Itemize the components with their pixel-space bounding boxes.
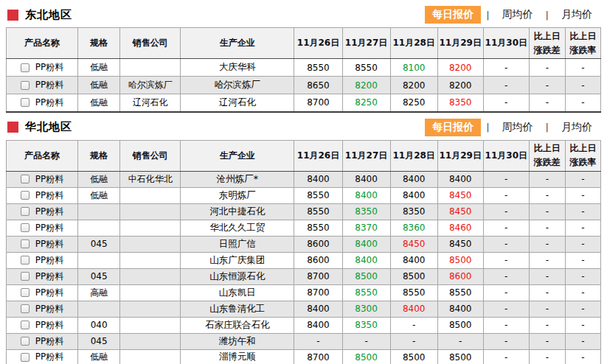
row-checkbox[interactable] <box>21 353 30 362</box>
price-cell: - <box>483 317 529 333</box>
producer-cell: 大庆华科 <box>181 59 294 77</box>
price-cell: - <box>529 268 565 284</box>
table-row: PP粉料045山东恒源石化8700850085008600--- <box>7 268 601 284</box>
price-cell: - <box>529 220 565 236</box>
product-name: PP粉料 <box>35 238 63 251</box>
seller-cell <box>120 252 181 268</box>
price-cell: - <box>565 333 600 349</box>
row-checkbox[interactable] <box>21 191 30 200</box>
producer-cell: 山东凯日 <box>181 284 294 301</box>
row-checkbox[interactable] <box>21 337 30 346</box>
row-checkbox[interactable] <box>21 321 30 329</box>
price-cell: 8100 <box>390 59 437 77</box>
price-cell: - <box>483 59 529 77</box>
price-cell: 8550 <box>294 203 342 220</box>
product-cell: PP粉料 <box>7 220 78 236</box>
seller-cell <box>120 301 181 317</box>
price-cell: 8500 <box>342 349 390 364</box>
product-name: PP粉料 <box>35 319 63 332</box>
column-header: 11月26日 <box>294 28 342 59</box>
table-row: PP粉料040石家庄联合石化84008350-8500--- <box>7 317 601 333</box>
table-row: PP粉料高融山东凯日8700855085508550--- <box>7 284 601 301</box>
price-cell: - <box>565 187 600 203</box>
product-cell: PP粉料 <box>7 171 78 187</box>
row-checkbox[interactable] <box>21 175 30 183</box>
table-row: PP粉料045日照广信8600840084508450--- <box>7 236 601 252</box>
price-cell: - <box>529 203 565 220</box>
price-cell: - <box>483 236 529 252</box>
row-checkbox[interactable] <box>21 239 30 248</box>
spec-cell: 低融 <box>78 187 120 203</box>
tab-separator: | <box>481 10 494 21</box>
row-checkbox[interactable] <box>21 223 30 232</box>
price-cell: - <box>529 94 565 112</box>
price-cell: 8200 <box>437 59 483 77</box>
tab-monthly-price[interactable]: 月均价 <box>554 7 600 23</box>
price-cell: - <box>565 301 600 317</box>
producer-cell: 河北中捷石化 <box>181 203 294 220</box>
price-cell: - <box>529 77 565 94</box>
table-row: PP粉料低融东明炼厂8550840084008450--- <box>7 187 601 203</box>
row-checkbox[interactable] <box>21 272 30 281</box>
seller-cell <box>120 317 181 333</box>
price-cell: - <box>483 268 529 284</box>
row-checkbox[interactable] <box>21 288 30 297</box>
price-cell: - <box>565 284 600 301</box>
seller-cell <box>120 203 181 220</box>
column-header: 比上日涨跌差 <box>529 28 565 59</box>
price-cell: 8460 <box>437 220 483 236</box>
tab-daily-price[interactable]: 每日报价 <box>425 119 481 136</box>
producer-cell: 哈尔滨炼厂 <box>181 77 294 94</box>
price-cell: 8550 <box>342 284 390 301</box>
price-cell: 8370 <box>342 220 390 236</box>
seller-cell <box>120 284 181 301</box>
seller-cell: 中石化华北 <box>120 171 181 187</box>
product-cell: PP粉料 <box>7 333 78 349</box>
column-header: 销售公司 <box>120 140 181 171</box>
seller-cell <box>120 349 181 364</box>
price-cell: - <box>342 333 390 349</box>
producer-cell: 山东鲁清化工 <box>181 301 294 317</box>
price-cell: 8200 <box>437 77 483 94</box>
product-name: PP粉料 <box>35 79 63 91</box>
table-row: PP粉料低融辽河石化辽河石化8700825082508350--- <box>7 94 601 112</box>
producer-cell: 沧州炼厂* <box>181 171 294 187</box>
spec-cell: 低融 <box>78 77 120 94</box>
row-checkbox[interactable] <box>21 207 30 216</box>
row-checkbox[interactable] <box>21 63 30 72</box>
row-checkbox[interactable] <box>21 81 30 90</box>
product-cell: PP粉料 <box>7 317 78 333</box>
price-cell: 8550 <box>294 59 342 77</box>
table-row: PP粉料华北久久工贸8550837083608460--- <box>7 220 601 236</box>
price-cell: - <box>565 59 600 77</box>
producer-cell: 潍坊午和 <box>181 333 294 349</box>
price-cell: - <box>565 77 600 94</box>
column-header: 11月29日 <box>437 140 483 171</box>
tab-daily-price[interactable]: 每日报价 <box>425 6 481 24</box>
product-name: PP粉料 <box>35 97 63 109</box>
tab-monthly-price[interactable]: 月均价 <box>554 119 600 136</box>
seller-cell <box>120 236 181 252</box>
price-cell: 8400 <box>294 301 342 317</box>
producer-cell: 华北久久工贸 <box>181 220 294 236</box>
price-cell: - <box>565 236 600 252</box>
product-name: PP粉料 <box>35 222 63 234</box>
product-cell: PP粉料 <box>7 349 78 364</box>
section-bullet-icon <box>7 10 18 21</box>
column-header: 11月30日 <box>483 140 529 171</box>
price-cell: 8400 <box>342 236 390 252</box>
column-header: 11月27日 <box>342 140 390 171</box>
producer-cell: 日照广信 <box>181 236 294 252</box>
price-cell: 8250 <box>390 94 437 112</box>
spec-cell <box>78 203 120 220</box>
tab-weekly-price[interactable]: 周均价 <box>495 7 541 23</box>
tab-weekly-price[interactable]: 周均价 <box>495 119 541 136</box>
price-cell: - <box>529 317 565 333</box>
seller-cell: 哈尔滨炼厂 <box>120 77 181 94</box>
row-checkbox[interactable] <box>21 256 30 265</box>
price-table-northchina: 产品名称规格销售公司生产企业11月26日11月27日11月28日11月29日11… <box>6 140 601 364</box>
column-header: 11月29日 <box>437 28 483 59</box>
price-cell: - <box>565 268 600 284</box>
row-checkbox[interactable] <box>21 98 30 107</box>
row-checkbox[interactable] <box>21 304 30 313</box>
